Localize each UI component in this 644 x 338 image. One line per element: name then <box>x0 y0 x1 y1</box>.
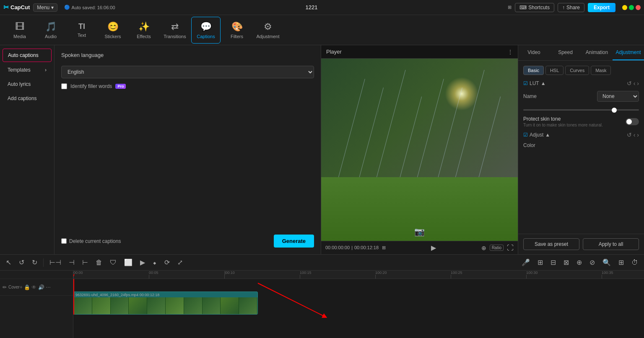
subtab-hsl[interactable]: HSL <box>545 66 564 75</box>
close-button[interactable] <box>636 5 641 10</box>
subtab-curves[interactable]: Curves <box>565 66 589 75</box>
trim-left-tool[interactable]: ⊣ <box>66 257 77 268</box>
flip-tool[interactable]: ⬥ <box>150 257 159 268</box>
thumb-4 <box>129 297 147 314</box>
cover-label: Cover <box>8 285 20 289</box>
protect-skin-toggle[interactable] <box>626 118 639 125</box>
zoom-in-icon[interactable]: ⊞ <box>616 257 626 268</box>
track-audio-icon[interactable]: 🔊 <box>38 284 44 290</box>
track-type-icon[interactable]: ⊞ <box>535 257 545 268</box>
merge-icon[interactable]: ⊠ <box>561 257 571 268</box>
topbar: ✂ CapCut Menu ▾ 🔵 Auto saved: 16:06:00 1… <box>0 0 644 15</box>
trim-right-tool[interactable]: ⊢ <box>80 257 91 268</box>
ratio-badge[interactable]: Ratio <box>490 245 504 251</box>
track-eye-icon[interactable]: 👁 <box>31 284 36 290</box>
rotate-tool[interactable]: ⟳ <box>162 257 172 268</box>
sidebar-item-add-captions[interactable]: Add captions <box>3 92 52 105</box>
mic-icon[interactable]: 🎤 <box>519 257 532 268</box>
lut-reset-button[interactable]: ↺ <box>627 80 632 87</box>
keyboard-icon: ⌨ <box>519 5 527 10</box>
filler-words-checkbox[interactable] <box>61 83 67 89</box>
tab-adjustment[interactable]: Adjustment <box>613 45 644 60</box>
app-name: CapCut <box>10 4 30 10</box>
select-tool[interactable]: ↖ <box>3 257 14 268</box>
subtab-mask[interactable]: Mask <box>591 66 611 75</box>
export-button[interactable]: Export <box>588 3 615 12</box>
link-icon[interactable]: ⊕ <box>574 257 584 268</box>
split-screen-icon[interactable]: ⊟ <box>548 257 558 268</box>
toolbar-stickers[interactable]: 😊 Stickers <box>98 17 127 44</box>
clip-filename: 9632691-uhd_4096_2160_24fps.mp4 <box>75 293 138 297</box>
color-label: Color <box>523 142 535 148</box>
apply-all-button[interactable]: Apply to all <box>583 238 639 250</box>
target-icon[interactable]: ⊕ <box>481 245 486 251</box>
toolbar: 🎞 Media 🎵 Audio TI Text 😊 Stickers ✨ Eff… <box>0 15 644 45</box>
delete-tool[interactable]: 🗑 <box>93 257 105 268</box>
adjust-checkbox-icon[interactable]: ☑ <box>523 132 528 138</box>
camera-icon[interactable]: 📷 <box>414 227 425 237</box>
language-select[interactable]: English Chinese Spanish <box>61 66 314 78</box>
track-add-icon[interactable]: + <box>20 284 23 290</box>
adjust-next-button[interactable]: › <box>637 132 639 138</box>
lut-intensity-slider[interactable] <box>523 109 639 111</box>
toolbar-filters[interactable]: 🎨 Filters <box>222 17 252 44</box>
tab-video[interactable]: Video <box>518 45 550 60</box>
redo-button[interactable]: ↻ <box>29 257 40 268</box>
track-more-icon[interactable]: ⋯ <box>46 284 51 290</box>
minimize-button[interactable] <box>622 5 627 10</box>
text-label: Text <box>78 33 86 38</box>
undo-button[interactable]: ↺ <box>16 257 27 268</box>
toolbar-effects[interactable]: ✨ Effects <box>129 17 158 44</box>
playhead[interactable] <box>73 279 74 315</box>
tab-speed[interactable]: Speed <box>550 45 581 60</box>
view-controls: ⊕ Ratio ⛶ <box>481 244 514 252</box>
lut-prev-button[interactable]: ‹ <box>634 80 636 87</box>
player-menu-icon[interactable]: ⋮ <box>508 49 513 55</box>
share-button[interactable]: ↑ Share <box>558 3 584 12</box>
generate-button[interactable]: Generate <box>274 235 314 248</box>
toolbar-captions[interactable]: 💬 Captions <box>191 17 221 44</box>
toolbar-media[interactable]: 🎞 Media <box>5 17 34 44</box>
toolbar-audio[interactable]: 🎵 Audio <box>36 17 65 44</box>
play-tool[interactable]: ▶ <box>138 257 148 268</box>
zoom-out-icon[interactable]: 🔍 <box>600 257 613 268</box>
track-lock-icon[interactable]: 🔒 <box>24 284 30 290</box>
player-header: Player ⋮ <box>321 45 518 59</box>
fit-tool[interactable]: ⤢ <box>175 257 185 268</box>
video-clip[interactable]: 9632691-uhd_4096_2160_24fps.mp4 00:00:12… <box>73 292 258 315</box>
video-placeholder: 📷 <box>321 59 518 241</box>
play-button[interactable]: ▶ <box>431 244 436 252</box>
delete-captions-checkbox[interactable] <box>61 238 67 244</box>
split-tool[interactable]: ⊢⊣ <box>47 257 64 268</box>
menu-button[interactable]: Menu ▾ <box>33 3 57 12</box>
crop-tool[interactable]: ⬜ <box>122 257 135 268</box>
thumb-3 <box>111 297 129 314</box>
lut-checkbox-icon[interactable]: ☑ <box>523 80 528 86</box>
toolbar-text[interactable]: TI Text <box>67 17 96 44</box>
shield-tool[interactable]: 🛡 <box>107 257 119 268</box>
pro-badge: Pro <box>115 84 126 89</box>
maximize-button[interactable] <box>629 5 634 10</box>
toolbar-transitions[interactable]: ⇄ Transitions <box>160 17 190 44</box>
text-icon: TI <box>78 22 85 31</box>
timeline-left: ✏ Cover + 🔒 👁 🔊 ⋯ <box>0 271 73 338</box>
fullscreen-icon[interactable]: ⛶ <box>507 244 514 252</box>
adjust-prev-button[interactable]: ‹ <box>634 132 636 138</box>
extract-icon[interactable]: ⊘ <box>587 257 597 268</box>
toolbar-adjustment[interactable]: ⚙ Adjustment <box>253 17 283 44</box>
name-select[interactable]: None <box>597 91 639 102</box>
adjust-reset-button[interactable]: ↺ <box>627 132 632 138</box>
thumb-8 <box>203 297 221 314</box>
lut-next-button[interactable]: › <box>637 80 639 87</box>
divider-1 <box>43 258 44 267</box>
sidebar-item-templates[interactable]: Templates › <box>3 64 52 76</box>
cover-edit-icon[interactable]: ✏ <box>3 284 7 290</box>
shortcuts-button[interactable]: ⌨ Shortcuts <box>515 3 554 12</box>
sidebar-item-auto-captions[interactable]: Auto captions <box>3 49 52 62</box>
clip-info: 9632691-uhd_4096_2160_24fps.mp4 00:00:12… <box>75 293 159 297</box>
settings-icon[interactable]: ⏱ <box>629 257 641 268</box>
save-preset-button[interactable]: Save as preset <box>523 238 579 250</box>
tab-animation[interactable]: Animation <box>581 45 613 60</box>
sidebar-item-auto-lyrics[interactable]: Auto lyrics <box>3 78 52 90</box>
subtab-basic[interactable]: Basic <box>523 66 544 75</box>
